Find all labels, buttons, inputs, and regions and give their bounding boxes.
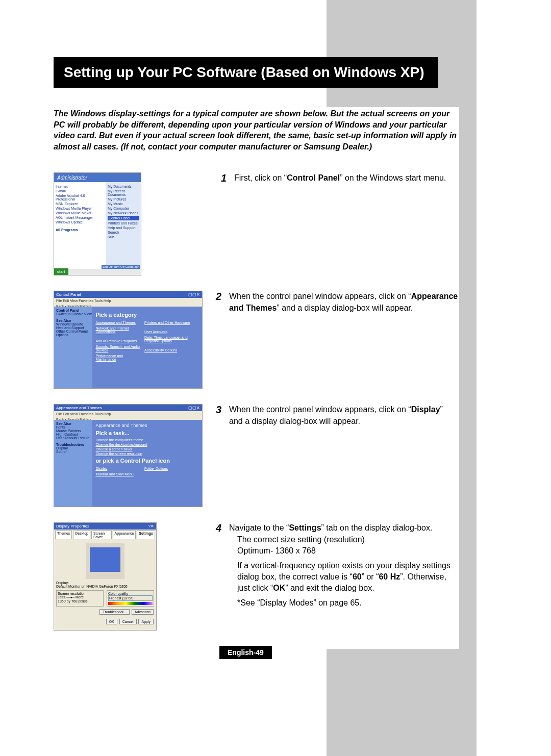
- display-value: Default Monitor on NVIDIA GeForce FX 520…: [56, 585, 154, 588]
- pick-category-heading: Pick a category: [95, 312, 199, 318]
- window-buttons-icon: ▢▢✕: [188, 406, 200, 410]
- display-tabs: Themes Desktop Screen Saver Appearance S…: [54, 530, 156, 540]
- window-title: Display Properties: [56, 524, 89, 528]
- step-1-number: 1: [221, 172, 234, 275]
- side-gray-bar: [459, 0, 477, 756]
- startmenu-item: My Documents: [108, 185, 139, 188]
- or-pick-heading: or pick a Control Panel icon: [95, 458, 199, 464]
- startmenu-item: My Computer: [108, 207, 139, 210]
- step-3-text: When the control panel window appears, c…: [229, 404, 459, 507]
- display-properties-screenshot: Display Properties?✕ Themes Desktop Scre…: [54, 522, 157, 631]
- startmenu-item: Windows Media Player: [56, 207, 105, 210]
- intro-paragraph: The Windows display-settings for a typic…: [54, 108, 459, 152]
- top-gray-decoration: [327, 0, 459, 107]
- start-button: start: [54, 268, 68, 275]
- advanced-button: Advanced: [132, 609, 154, 615]
- tab: Screen Saver: [91, 531, 112, 539]
- window-title: Appearance and Themes: [56, 406, 102, 410]
- start-menu-right-column: My Documents My Recent Documents My Pict…: [106, 182, 141, 269]
- startmenu-item: Adobe Acrobat 4.0 Professional: [56, 194, 105, 201]
- startmenu-item: My Recent Documents: [108, 189, 139, 196]
- task-link: Change the computer's theme: [95, 438, 199, 442]
- color-quality-label: Color quality: [108, 592, 153, 595]
- turnoff: Turn Off Computer: [113, 265, 139, 268]
- control-panel-highlight: Control Panel: [108, 216, 139, 220]
- tab: Themes: [55, 531, 72, 539]
- task-link: Choose a screen saver: [95, 447, 199, 451]
- category-link: Sounds, Speech, and Audio Devices: [95, 345, 143, 352]
- logoff: Log Off: [103, 265, 113, 268]
- start-menu-left-column: Internet E-mail Adobe Acrobat 4.0 Profes…: [54, 182, 106, 269]
- tab: Desktop: [73, 531, 90, 539]
- step-1-row: Administrator Internet E-mail Adobe Acro…: [54, 172, 459, 275]
- startmenu-item: My Music: [108, 202, 139, 206]
- startmenu-item: Help and Support: [108, 226, 139, 230]
- menu-bar: File Edit View Favorites Tools Help: [54, 411, 202, 417]
- category-link: User Accounts: [144, 330, 192, 334]
- at-side-panel: See Also Fonts Mouse Pointers High Contr…: [54, 420, 96, 507]
- category-link: Add or Remove Programs: [95, 339, 143, 343]
- step-3-row: Appearance and Themes▢▢✕ File Edit View …: [54, 404, 459, 507]
- at-main-panel: Appearance and Themes Pick a task... Cha…: [92, 420, 202, 507]
- startmenu-item: Windows Movie Maker: [56, 211, 105, 215]
- step-2-number: 2: [216, 291, 229, 389]
- startmenu-item: Printers and Faxes: [108, 221, 139, 225]
- apply-button: Apply: [138, 619, 154, 624]
- step-4-number: 4: [216, 522, 229, 631]
- start-menu-screenshot: Administrator Internet E-mail Adobe Acro…: [54, 172, 141, 275]
- category-link: Network and Internet Connections: [95, 326, 143, 334]
- page-number-badge: English-49: [219, 646, 272, 659]
- cancel-button: Cancel: [119, 619, 137, 624]
- step-2-text: When the control panel window appears, c…: [229, 291, 459, 389]
- tab: Appearance: [113, 531, 136, 539]
- tab-settings-active: Settings: [137, 531, 155, 539]
- startmenu-item: AOL Instant Messenger: [56, 216, 105, 219]
- startmenu-item: My Pictures: [108, 197, 139, 201]
- category-link: Date, Time, Language, and Regional Optio…: [144, 336, 192, 343]
- step-4-text: Navigate to the “Settings” tab on the di…: [229, 522, 459, 631]
- troubleshoot-button: Troubleshoot...: [99, 609, 129, 615]
- section-heading: Appearance and Themes: [95, 423, 199, 428]
- bottom-gray-decoration: [327, 649, 459, 756]
- task-link: Change the desktop background: [95, 443, 199, 446]
- startmenu-item: E-mail: [56, 189, 105, 193]
- control-panel-screenshot: Control Panel▢▢✕ File Edit View Favorite…: [54, 291, 203, 389]
- ok-button: OK: [106, 619, 117, 624]
- cp-side-panel: Control Panel Switch to Classic View See…: [54, 307, 96, 389]
- page-title: Setting up Your PC Software (Based on Wi…: [54, 57, 438, 88]
- cp-main-panel: Pick a category Appearance and Themes Pr…: [92, 307, 202, 389]
- category-link: Performance and Maintenance: [95, 354, 143, 361]
- monitor-preview-icon: [86, 543, 124, 579]
- resolution-value: 1360 by 768 pixels: [58, 599, 102, 603]
- pick-task-heading: Pick a task...: [95, 430, 199, 436]
- cp-icon-link: Taskbar and Start Menu: [95, 472, 143, 476]
- startmenu-item: My Network Places: [108, 211, 139, 215]
- startmenu-item: Search: [108, 231, 139, 234]
- startmenu-item: Internet: [56, 185, 105, 188]
- category-link: Accessibility Options: [144, 348, 192, 352]
- startmenu-item: Windows Update: [56, 220, 105, 224]
- startmenu-item: Run...: [108, 235, 139, 239]
- start-menu-user: Administrator: [54, 173, 141, 183]
- step-2-row: Control Panel▢▢✕ File Edit View Favorite…: [54, 291, 459, 389]
- display-label: Display:: [56, 581, 154, 585]
- step-1-text: First, click on “Control Panel” on the W…: [234, 172, 446, 275]
- appearance-themes-screenshot: Appearance and Themes▢▢✕ File Edit View …: [54, 404, 203, 507]
- window-buttons-icon: ?✕: [148, 524, 154, 528]
- menu-bar: File Edit View Favorites Tools Help: [54, 298, 202, 304]
- step-3-number: 3: [216, 404, 229, 507]
- task-link: Change the screen resolution: [95, 452, 199, 456]
- screen-resolution-label: Screen resolution: [58, 592, 102, 595]
- window-title: Control Panel: [56, 292, 81, 297]
- color-quality-value: Highest (32 bit): [108, 595, 153, 601]
- startmenu-item: MSN Explorer: [56, 202, 105, 206]
- cp-icon-link: Display: [95, 467, 143, 470]
- category-link: Printers and Other Hardware: [144, 321, 192, 324]
- window-buttons-icon: ▢▢✕: [188, 292, 200, 297]
- step-4-row: Display Properties?✕ Themes Desktop Scre…: [54, 522, 459, 631]
- all-programs: All Programs: [56, 228, 105, 232]
- cp-icon-link: Folder Options: [144, 467, 192, 470]
- category-link: Appearance and Themes: [95, 321, 143, 324]
